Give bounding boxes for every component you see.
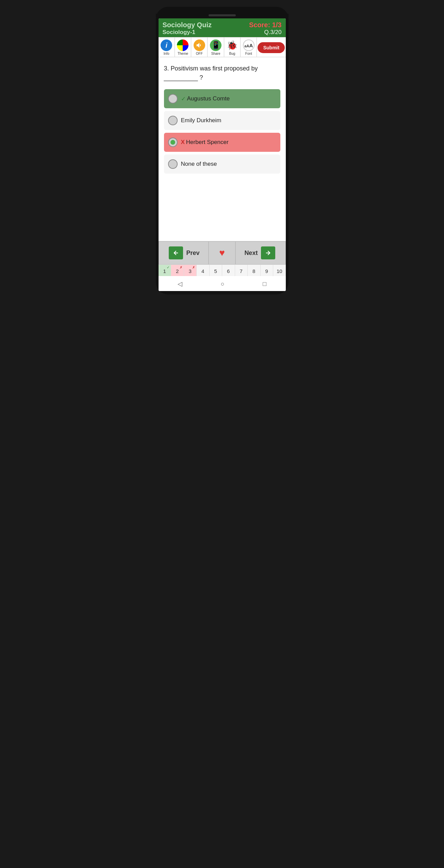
q-num-2[interactable]: ✗ 2: [171, 265, 184, 276]
app-title: Sociology Quiz: [163, 21, 212, 29]
q-num-8[interactable]: 8: [248, 265, 261, 276]
submit-button[interactable]: Submit: [258, 42, 285, 53]
q-num-10[interactable]: 10: [273, 265, 286, 276]
option-a-indicator: ✓: [181, 95, 186, 102]
q10-number: 10: [277, 268, 282, 274]
prev-label: Prev: [186, 250, 200, 257]
android-nav-bar: ◁ ○ □: [159, 277, 286, 291]
info-toolbar-item[interactable]: i Info: [159, 37, 175, 57]
q-num-4[interactable]: 4: [197, 265, 210, 276]
question-area: 3. Positivism was first proposed by ____…: [159, 57, 286, 86]
q-num-1[interactable]: ✓ 1: [159, 265, 171, 276]
score-display: Score: 1/3: [249, 21, 282, 29]
option-b[interactable]: Emily Durkheim: [164, 111, 280, 130]
toolbar: i Info Theme OFF 📱 Share: [159, 37, 286, 57]
share-toolbar-item[interactable]: 📱 Share: [208, 37, 224, 57]
q8-number: 8: [252, 268, 255, 274]
prev-button[interactable]: Prev: [159, 241, 209, 264]
phone-notch: [209, 14, 236, 16]
bug-label: Bug: [229, 52, 235, 55]
q1-number: 1: [163, 268, 166, 274]
q-num-9[interactable]: 9: [261, 265, 274, 276]
next-button[interactable]: Next: [235, 241, 285, 264]
radio-a: [168, 94, 178, 103]
submit-toolbar-item[interactable]: Submit: [257, 37, 285, 57]
quiz-subtitle: Sociology-1: [163, 29, 195, 36]
option-c-indicator: X: [181, 139, 185, 146]
font-label: Font: [245, 52, 252, 55]
bottom-navigation: Prev ♥ Next: [159, 241, 286, 264]
font-icon: aAA: [243, 39, 254, 51]
prev-arrow-icon: [169, 246, 183, 259]
back-button[interactable]: ◁: [178, 280, 182, 288]
q3-number: 3: [189, 268, 192, 274]
option-d-text: None of these: [181, 161, 217, 167]
q3-badge: ✗: [192, 266, 195, 269]
radio-c-inner: [170, 140, 175, 145]
sound-toolbar-item[interactable]: OFF: [191, 37, 208, 57]
radio-d: [168, 159, 178, 169]
q6-number: 6: [227, 268, 230, 274]
theme-toolbar-item[interactable]: Theme: [175, 37, 191, 57]
q-num-5[interactable]: 5: [210, 265, 223, 276]
bug-icon: 🐞: [226, 39, 238, 51]
q7-number: 7: [240, 268, 243, 274]
q-num-6[interactable]: 6: [222, 265, 235, 276]
option-d[interactable]: None of these: [164, 155, 280, 174]
sound-icon: [194, 39, 205, 51]
sound-label: OFF: [196, 52, 203, 55]
home-button[interactable]: ○: [221, 280, 225, 288]
question-number: Q.3/20: [264, 29, 281, 36]
theme-icon: [177, 39, 188, 51]
option-c-text: Herbert Spencer: [186, 139, 229, 146]
options-area: ✓ Augustus Comte Emily Durkheim X Herber…: [159, 86, 286, 180]
content-spacer: [159, 180, 286, 241]
recent-button[interactable]: □: [263, 280, 266, 288]
option-a[interactable]: ✓ Augustus Comte: [164, 89, 280, 108]
radio-c: [168, 138, 178, 147]
q9-number: 9: [265, 268, 268, 274]
favorite-button[interactable]: ♥: [209, 241, 236, 264]
q2-badge: ✗: [180, 266, 182, 269]
share-label: Share: [211, 52, 220, 55]
q2-number: 2: [176, 268, 179, 274]
radio-b: [168, 116, 178, 125]
q-num-7[interactable]: 7: [235, 265, 248, 276]
bug-toolbar-item[interactable]: 🐞 Bug: [224, 37, 241, 57]
info-icon: i: [161, 39, 172, 51]
q-num-3[interactable]: ✗ 3: [184, 265, 197, 276]
option-b-text: Emily Durkheim: [181, 117, 221, 124]
next-arrow-icon: [261, 246, 275, 259]
heart-icon: ♥: [219, 247, 225, 258]
question-text: 3. Positivism was first proposed by ____…: [164, 64, 280, 82]
info-label: Info: [164, 52, 169, 55]
option-c[interactable]: X Herbert Spencer: [164, 133, 280, 152]
theme-label: Theme: [178, 52, 188, 55]
font-toolbar-item[interactable]: aAA Font: [241, 37, 257, 57]
next-label: Next: [244, 250, 258, 257]
q4-number: 4: [201, 268, 204, 274]
question-number-bar: ✓ 1 ✗ 2 ✗ 3 4 5 6 7 8: [159, 264, 286, 276]
option-a-text: Augustus Comte: [187, 95, 230, 102]
app-header: Sociology Quiz Score: 1/3 Sociology-1 Q.…: [159, 18, 286, 37]
q1-badge: ✓: [167, 266, 169, 269]
q5-number: 5: [214, 268, 217, 274]
share-icon: 📱: [210, 39, 221, 51]
